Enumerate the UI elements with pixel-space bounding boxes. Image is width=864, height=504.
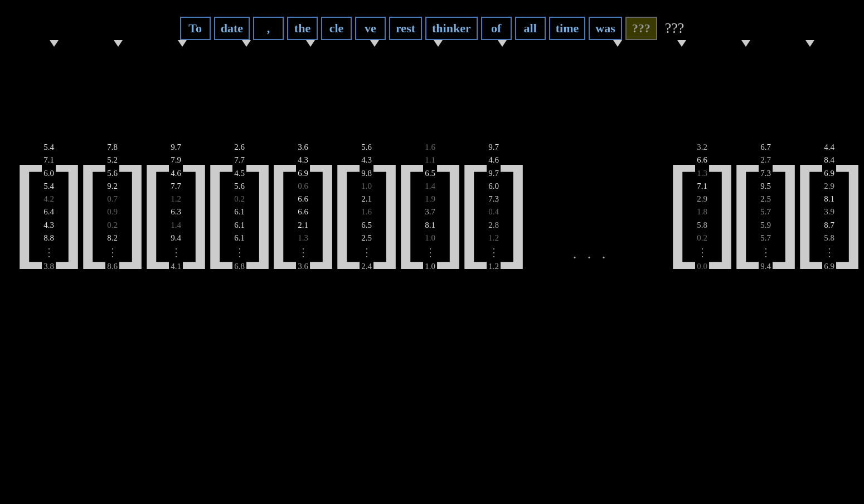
vec-5-val-7: 2.5 <box>361 232 372 244</box>
vec-3-val-1: 7.7 <box>234 154 245 167</box>
vector-bracket-5: [5.64.39.81.02.11.66.52.5⋮2.4] <box>329 138 390 276</box>
vec-2-val-1: 7.9 <box>171 154 182 167</box>
vec-6-val-5: 3.7 <box>425 205 436 218</box>
vec-0-val-8: ⋮ <box>43 244 55 260</box>
vec-10-val-4: 8.1 <box>824 193 835 205</box>
vec-8-val-0: 3.2 <box>697 141 708 154</box>
token-8: of <box>481 17 512 40</box>
vector-bracket-10: [4.48.46.92.98.13.98.75.8⋮6.9] <box>792 138 853 276</box>
vec-10-val-3: 2.9 <box>824 180 835 193</box>
token-3: the <box>287 17 318 40</box>
vec-1-val-0: 7.8 <box>107 141 118 154</box>
vec-7-val-1: 4.6 <box>488 154 499 167</box>
token-5: ve <box>355 17 386 40</box>
bracket-left-10: [ <box>792 138 824 276</box>
vec-7-val-4: 7.3 <box>488 193 499 205</box>
bracket-left-4: [ <box>265 138 298 276</box>
arrow-container-8 <box>586 40 650 47</box>
vec-1-val-4: 0.7 <box>107 193 118 205</box>
vector-bracket-9: [6.72.77.39.52.55.75.95.7⋮9.4] <box>728 138 789 276</box>
bracket-left-7: [ <box>456 138 488 276</box>
vec-3-val-3: 5.6 <box>234 180 245 193</box>
vec-3-val-7: 6.1 <box>234 232 245 244</box>
vec-8-val-6: 5.8 <box>697 219 708 232</box>
vec-2-val-2: 4.6 <box>171 167 182 180</box>
vector-col-9: [6.72.77.39.52.55.75.95.7⋮9.4] <box>728 138 789 276</box>
ellipsis-column: · · · <box>520 138 662 267</box>
vec-7-val-9: 1.2 <box>488 260 499 273</box>
vector-bracket-8: [3.26.61.37.12.91.85.80.2⋮0.0] <box>664 138 726 276</box>
vec-1-val-8: ⋮ <box>107 244 118 260</box>
bracket-left-5: [ <box>329 138 361 276</box>
vec-2-val-8: ⋮ <box>171 244 182 260</box>
token-10: time <box>549 17 586 40</box>
arrow-head-10 <box>741 40 750 47</box>
arrow-head-8 <box>613 40 622 47</box>
token-6: rest <box>389 17 422 40</box>
arrows-row <box>0 40 864 135</box>
vec-4-val-1: 4.3 <box>298 154 309 167</box>
vec-9-val-7: 5.7 <box>760 232 771 244</box>
vector-values-1: 7.85.25.69.20.70.90.28.2⋮8.6 <box>107 138 118 276</box>
vector-bracket-2: [9.77.94.67.71.26.31.49.4⋮4.1] <box>138 138 200 276</box>
vec-3-val-0: 2.6 <box>234 141 245 154</box>
arrow-head-5 <box>370 40 379 47</box>
vector-bracket-0: [5.47.16.05.44.26.44.38.8⋮3.8] <box>11 138 72 276</box>
vec-1-val-1: 5.2 <box>107 154 118 167</box>
vec-0-val-0: 5.4 <box>43 141 55 154</box>
vec-1-val-3: 9.2 <box>107 180 118 193</box>
vec-8-val-3: 7.1 <box>697 180 708 193</box>
vec-4-val-5: 6.6 <box>298 205 309 218</box>
vec-5-val-4: 2.1 <box>361 193 372 205</box>
vector-values-9: 6.72.77.39.52.55.75.95.7⋮9.4 <box>760 138 771 276</box>
vec-7-val-2: 9.7 <box>488 167 499 180</box>
vec-10-val-6: 8.7 <box>824 219 835 232</box>
vec-7-val-3: 6.0 <box>488 180 499 193</box>
vec-2-val-6: 1.4 <box>171 219 182 232</box>
vector-values-3: 2.67.74.55.60.26.16.16.1⋮6.8 <box>234 138 245 276</box>
vec-3-val-9: 6.8 <box>234 260 245 273</box>
bracket-left-0: [ <box>11 138 43 276</box>
arrow-container-10 <box>713 40 778 47</box>
bracket-left-9: [ <box>728 138 760 276</box>
vec-8-val-5: 1.8 <box>697 205 708 218</box>
vec-1-val-6: 0.2 <box>107 219 118 232</box>
vector-values-8: 3.26.61.37.12.91.85.80.2⋮0.0 <box>697 138 708 276</box>
arrow-head-11 <box>805 40 814 47</box>
arrow-head-4 <box>306 40 315 47</box>
vec-9-val-2: 7.3 <box>760 167 771 180</box>
vec-8-val-2: 1.3 <box>697 167 708 180</box>
vec-0-val-4: 4.2 <box>43 193 55 205</box>
vector-values-5: 5.64.39.81.02.11.66.52.5⋮2.4 <box>361 138 372 276</box>
vec-6-val-1: 1.1 <box>425 154 436 167</box>
vec-5-val-1: 4.3 <box>361 154 372 167</box>
vec-10-val-2: 6.9 <box>824 167 835 180</box>
arrow-head-3 <box>242 40 251 47</box>
vec-9-val-0: 6.7 <box>760 141 771 154</box>
bracket-right-10: ] <box>835 138 864 276</box>
vec-6-val-7: 1.0 <box>425 232 436 244</box>
vector-col-0: [5.47.16.05.44.26.44.38.8⋮3.8] <box>11 138 72 276</box>
arrow-container-2 <box>151 40 215 47</box>
vec-2-val-4: 1.2 <box>171 193 182 205</box>
vec-4-val-6: 2.1 <box>298 219 309 232</box>
bracket-left-6: [ <box>392 138 425 276</box>
arrow-container-5 <box>342 40 406 47</box>
vec-4-val-7: 1.3 <box>298 232 309 244</box>
vec-5-val-6: 6.5 <box>361 219 372 232</box>
vec-0-val-7: 8.8 <box>43 232 55 244</box>
arrow-container-11 <box>778 40 842 47</box>
vec-8-val-8: ⋮ <box>697 244 708 260</box>
bracket-left-3: [ <box>202 138 234 276</box>
vec-9-val-8: ⋮ <box>760 244 771 260</box>
token-9: all <box>515 17 546 40</box>
vec-10-val-9: 6.9 <box>824 260 835 273</box>
vec-9-val-5: 5.7 <box>760 205 771 218</box>
vec-9-val-6: 5.9 <box>760 219 771 232</box>
vector-values-2: 9.77.94.67.71.26.31.49.4⋮4.1 <box>171 138 182 276</box>
vec-8-val-1: 6.6 <box>697 154 708 167</box>
vector-col-3: [2.67.74.55.60.26.16.16.1⋮6.8] <box>202 138 263 276</box>
vec-6-val-8: ⋮ <box>425 244 436 260</box>
vec-1-val-5: 0.9 <box>107 205 118 218</box>
vec-10-val-8: ⋮ <box>824 244 835 260</box>
